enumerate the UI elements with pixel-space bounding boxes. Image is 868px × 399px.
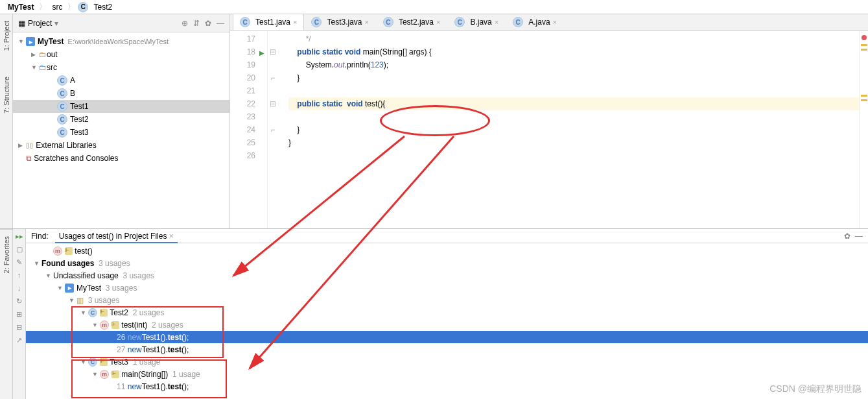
read-icon: ⊩ (100, 358, 108, 366)
find-class[interactable]: ▼C⊩ Test2 2 usages (26, 306, 868, 319)
tree-path: E:\work\IdeaWorkSpace\MyTest (67, 38, 169, 45)
find-toolbar: ▸▸ ▢ ✎ ↑ ↓ ↻ ⊞ ⊟ ↗ (13, 229, 26, 399)
expand-icon[interactable]: ⊞ (15, 309, 24, 319)
tool-tab-structure[interactable]: 7: Structure (3, 77, 10, 114)
error-stripe[interactable] (859, 31, 868, 228)
gear-icon[interactable]: ✿ (844, 232, 850, 241)
editor-tab[interactable]: CTest1.java× (233, 14, 304, 30)
find-panel: 2: Favorites ▸▸ ▢ ✎ ↑ ↓ ↻ ⊞ ⊟ ↗ Find: Us… (0, 228, 868, 399)
stop-icon[interactable]: ▢ (15, 245, 24, 254)
find-group[interactable]: ▼Unclassified usage 3 usages (26, 269, 868, 282)
folder-icon: 🗀 (39, 63, 47, 72)
breadcrumb-file[interactable]: Test2 (91, 3, 115, 12)
up-icon[interactable]: ↑ (15, 271, 24, 280)
tree-class-selected[interactable]: CTest1 (13, 100, 229, 113)
tree-scratches[interactable]: ⧉ Scratches and Consoles (13, 152, 229, 165)
find-module[interactable]: ▼▸MyTest 3 usages (26, 282, 868, 294)
left-tool-strip-lower: 2: Favorites (0, 229, 13, 399)
breadcrumb: MyTest 〉 src 〉 C Test2 (0, 0, 868, 14)
find-package[interactable]: ▼▥ 3 usages (26, 294, 868, 306)
tree-folder-out[interactable]: ▶🗀 out (13, 48, 229, 61)
gear-icon[interactable]: ✿ (205, 19, 211, 28)
editor-tab[interactable]: CTest2.java× (376, 14, 447, 30)
close-icon[interactable]: × (365, 18, 369, 26)
module-icon: ▸ (65, 284, 74, 293)
library-icon: ⫿⫿ (26, 141, 34, 150)
watermark: CSDN @编程界明世隐 (769, 383, 862, 395)
folder-icon: ▦ (18, 19, 25, 28)
tool-tab-project[interactable]: 1: Project (3, 21, 10, 51)
find-class[interactable]: ▼C⊩ Test3 1 usage (26, 356, 868, 368)
find-count: 2 usages (152, 320, 183, 330)
fold-column[interactable]: ⊟⌐⊟⌐ (268, 31, 278, 228)
find-found[interactable]: ▼Found usages 3 usages (26, 257, 868, 269)
hide-icon[interactable]: — (855, 232, 863, 241)
method-icon: m (53, 247, 62, 256)
pin-icon[interactable]: ✎ (15, 258, 24, 267)
class-icon: C (311, 17, 322, 27)
editor-tab[interactable]: CTest3.java× (304, 14, 375, 30)
close-icon[interactable]: × (293, 18, 297, 26)
warn-mark-icon[interactable] (861, 44, 867, 46)
find-method[interactable]: ▼m⊩ test(int) 2 usages (26, 319, 868, 331)
export-icon[interactable]: ↗ (15, 335, 24, 345)
class-icon: C (383, 17, 393, 27)
find-count: 3 usages (123, 271, 154, 280)
tree-label: External Libraries (36, 141, 96, 150)
editor-tab[interactable]: CB.java× (447, 14, 506, 30)
find-tab[interactable]: Usages of test() in Project Files × (55, 230, 178, 243)
close-icon[interactable]: × (436, 18, 440, 26)
tree-label: Test3 (70, 128, 89, 137)
find-tree[interactable]: m⊩ test() ▼Found usages 3 usages ▼Unclas… (26, 243, 868, 399)
tab-label: A.java (528, 18, 550, 27)
collapse-icon[interactable]: ⊟ (15, 322, 24, 332)
warn-mark-icon[interactable] (861, 99, 867, 101)
tree-label: out (47, 50, 58, 59)
class-icon: C (513, 17, 523, 27)
breadcrumb-project[interactable]: MyTest (5, 3, 36, 12)
tree-class[interactable]: CTest2 (13, 113, 229, 126)
collapse-icon[interactable]: ⇵ (193, 19, 200, 28)
find-match: test (168, 382, 182, 391)
class-icon: C (78, 2, 88, 12)
find-usage-selected[interactable]: 26 new new Test1().Test1().test(); (26, 331, 868, 343)
project-panel-title[interactable]: Project (28, 19, 52, 28)
error-mark-icon[interactable] (862, 35, 867, 40)
find-usage[interactable]: 11 new Test1().test(); (26, 380, 868, 393)
editor-tab[interactable]: CA.java× (506, 14, 564, 30)
warn-mark-icon[interactable] (861, 95, 867, 97)
refresh-icon[interactable]: ↻ (15, 296, 24, 306)
tree-class[interactable]: CB (13, 87, 229, 100)
dropdown-icon[interactable]: ▾ (54, 19, 58, 28)
find-target[interactable]: m⊩ test() (26, 245, 868, 257)
close-icon[interactable]: × (553, 18, 557, 26)
tree-class[interactable]: CA (13, 74, 229, 87)
breadcrumb-folder[interactable]: src (49, 3, 65, 12)
close-icon[interactable]: × (169, 232, 174, 241)
find-usage[interactable]: 27 new Test1().test(); (26, 343, 868, 356)
find-code: (); (182, 345, 189, 354)
run-gutter-icon[interactable]: ▶ (259, 47, 264, 60)
find-line-no: 27 (117, 345, 125, 354)
find-label: Test2 (110, 308, 128, 317)
warn-mark-icon[interactable] (861, 49, 867, 51)
tree-ext-lib[interactable]: ▶⫿⫿ External Libraries (13, 139, 229, 152)
code-area[interactable]: */ public static void main(String[] args… (278, 31, 859, 228)
find-method[interactable]: ▼m⊩ main(String[]) 1 usage (26, 368, 868, 380)
hide-icon[interactable]: — (217, 19, 224, 28)
tree-folder-src[interactable]: ▼🗀 src (13, 61, 229, 74)
editor-body[interactable]: 1718▶1920212223242526 ⊟⌐⊟⌐ */ public sta… (230, 31, 868, 228)
rerun-icon[interactable]: ▸▸ (15, 232, 24, 241)
tool-tab-favorites[interactable]: 2: Favorites (3, 236, 10, 273)
tree-label: A (70, 76, 75, 85)
project-tree[interactable]: ▼▸ MyTest E:\work\IdeaWorkSpace\MyTest ▶… (13, 32, 229, 228)
tree-root[interactable]: ▼▸ MyTest E:\work\IdeaWorkSpace\MyTest (13, 35, 229, 48)
down-icon[interactable]: ↓ (15, 284, 24, 293)
target-icon[interactable]: ⊕ (182, 19, 188, 28)
line-gutter[interactable]: 1718▶1920212223242526 (230, 31, 268, 228)
tree-class[interactable]: CTest3 (13, 126, 229, 139)
close-icon[interactable]: × (495, 18, 499, 26)
find-label: main(String[]) (121, 370, 168, 379)
left-tool-strip: 1: Project 7: Structure (0, 14, 13, 228)
find-label: test(int) (121, 320, 147, 330)
